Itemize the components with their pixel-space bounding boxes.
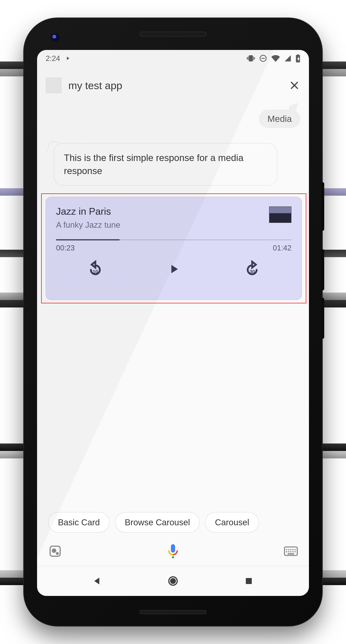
keyboard-icon[interactable]	[284, 544, 298, 558]
suggestion-chips: Basic Card Browse Carousel Carousel	[37, 512, 309, 532]
chip-label: Carousel	[215, 518, 249, 527]
app-title: my test app	[68, 80, 282, 92]
status-play-icon	[65, 56, 71, 61]
system-nav-bar	[37, 566, 309, 596]
lens-icon[interactable]	[48, 544, 62, 558]
do-not-disturb-icon	[259, 54, 267, 62]
app-icon-placeholder	[46, 77, 62, 93]
decorative-blur-left	[0, 0, 26, 644]
vibrate-icon	[247, 54, 255, 62]
close-button[interactable]	[289, 80, 300, 91]
phone-volume-down-button	[321, 298, 324, 339]
assistant-input-bar	[37, 538, 309, 564]
svg-rect-22	[246, 578, 252, 584]
chip-basic-card[interactable]: Basic Card	[48, 512, 109, 532]
phone-speaker-bottom	[139, 610, 207, 614]
status-bar: 2:24	[37, 50, 309, 67]
svg-point-5	[52, 549, 56, 552]
user-message-text: Media	[259, 110, 300, 128]
rewind-seconds-label: 10	[92, 269, 98, 275]
play-button[interactable]	[163, 259, 184, 279]
phone-speaker-top	[139, 32, 207, 36]
user-message: Media	[259, 110, 300, 128]
media-response-card: Jazz in Paris A funky Jazz tune 00:23 01…	[46, 197, 302, 300]
chip-carousel[interactable]: Carousel	[205, 512, 259, 532]
media-title: Jazz in Paris	[56, 206, 120, 217]
svg-point-21	[171, 579, 175, 584]
media-progress-fill	[56, 239, 120, 240]
app-header: my test app	[37, 72, 309, 98]
cell-signal-icon	[284, 54, 292, 62]
chip-label: Basic Card	[58, 518, 100, 527]
nav-home-button[interactable]	[166, 574, 180, 588]
status-time: 2:24	[46, 54, 60, 62]
mic-button[interactable]	[165, 543, 181, 560]
response-text: This is the first simple response for a …	[64, 152, 243, 176]
media-thumbnail	[269, 206, 292, 223]
phone-volume-up-button	[321, 249, 324, 290]
phone-front-camera	[52, 34, 59, 41]
phone-frame: 2:24	[24, 18, 322, 626]
forward-seconds-label: 30	[250, 269, 255, 275]
media-elapsed-time: 00:23	[56, 244, 75, 252]
battery-charging-icon	[296, 54, 300, 62]
chip-browse-carousel[interactable]: Browse Carousel	[115, 512, 200, 532]
forward-button[interactable]: 30	[242, 259, 262, 279]
nav-back-button[interactable]	[91, 574, 104, 588]
svg-rect-7	[172, 557, 174, 558]
svg-point-6	[56, 552, 58, 554]
rewind-button[interactable]: 10	[85, 259, 106, 279]
phone-screen: 2:24	[37, 50, 309, 596]
response-bubble: This is the first simple response for a …	[54, 143, 277, 186]
phone-power-button	[321, 182, 324, 231]
media-subtitle: A funky Jazz tune	[56, 220, 120, 230]
media-progress-track[interactable]	[56, 239, 292, 240]
chip-label: Browse Carousel	[125, 518, 190, 527]
media-duration: 01:42	[273, 244, 292, 252]
wifi-icon	[271, 54, 280, 62]
nav-recents-button[interactable]	[242, 574, 255, 588]
